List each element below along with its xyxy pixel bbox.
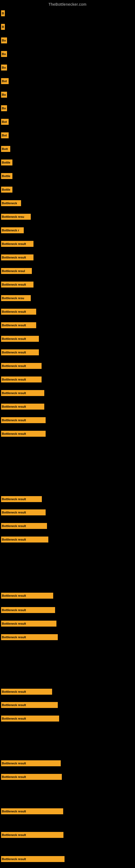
bar-item: Bottleneck resul: [1, 268, 32, 274]
bar-item: Bottleneck result: [1, 856, 64, 862]
bar-label: Bo: [1, 65, 7, 70]
bar-label: Bottleneck result: [1, 856, 64, 862]
bar-label: Bo: [1, 51, 7, 57]
bar-label: Bottleneck result: [1, 282, 34, 287]
bar-label: Bottleneck resu: [1, 295, 31, 301]
bar-item: B: [1, 10, 5, 16]
bar-item: Bottleneck result: [1, 390, 44, 396]
bar-label: Bottleneck result: [1, 322, 36, 328]
bar-item: Bo: [1, 92, 7, 98]
bar-label: Bottleneck result: [1, 634, 58, 640]
bar-label: Bottleneck result: [1, 309, 36, 315]
bar-item: Bottleneck result: [1, 417, 46, 423]
bar-item: Bottleneck result: [1, 760, 61, 766]
bar-item: Bo: [1, 65, 7, 70]
bar-label: Bottleneck result: [1, 363, 42, 369]
bar-item: Bottleneck result: [1, 621, 56, 627]
bar-item: Bottleneck: [1, 200, 21, 206]
bar-label: Bottleneck result: [1, 523, 47, 529]
bar-label: Bottleneck result: [1, 241, 34, 247]
bar-label: Bottleneck result: [1, 716, 59, 721]
bar-item: Bottleneck result: [1, 496, 42, 502]
bar-label: Bottleneck result: [1, 621, 56, 627]
bar-item: Bottleneck result: [1, 363, 42, 369]
bar-label: Bottleneck result: [1, 774, 62, 780]
bar-item: Bottleneck result: [1, 509, 46, 516]
bar-label: B: [1, 24, 5, 30]
bar-label: Bottleneck result: [1, 376, 42, 382]
bar-item: Bottleneck result: [1, 254, 34, 260]
bar-label: Bot: [1, 78, 9, 84]
bar-item: Bottleneck result: [1, 536, 48, 542]
bar-label: Bottleneck result: [1, 760, 61, 766]
bar-item: Bottleneck result: [1, 689, 52, 695]
bar-item: Bottleneck result: [1, 431, 46, 437]
bar-label: Bottle: [1, 187, 12, 193]
bar-label: Bottleneck result: [1, 702, 58, 708]
bar-label: Bottleneck result: [1, 689, 52, 695]
bar-label: Bottleneck result: [1, 431, 46, 437]
bar-item: Bot: [1, 132, 9, 138]
bar-item: Bottleneck result: [1, 322, 36, 328]
bar-label: Bottleneck result: [1, 254, 34, 260]
bar-item: Bo: [1, 51, 7, 57]
bar-item: Bottleneck result: [1, 309, 36, 315]
bar-item: Bot: [1, 78, 9, 84]
bar-label: Bottleneck result: [1, 536, 48, 542]
bar-item: Bottleneck result: [1, 336, 39, 342]
bar-item: Bottleneck result: [1, 241, 34, 247]
bar-item: Bottleneck r: [1, 227, 24, 233]
bar-item: Bottle: [1, 173, 12, 179]
bar-label: Bottleneck result: [1, 496, 42, 502]
bar-label: Bottleneck result: [1, 336, 39, 342]
bar-label: Bot: [1, 119, 9, 125]
bar-label: Bottleneck result: [1, 808, 63, 814]
bar-label: Bottleneck: [1, 200, 21, 206]
bar-label: Bott: [1, 146, 10, 152]
bar-label: Bottleneck result: [1, 509, 46, 516]
bar-item: Bottleneck result: [1, 716, 59, 721]
bar-item: Bottleneck resu: [1, 214, 31, 220]
bar-item: Bottleneck result: [1, 523, 47, 529]
bar-item: Bo: [1, 105, 7, 111]
bar-label: Bottleneck result: [1, 607, 55, 613]
bar-label: Bottleneck result: [1, 417, 46, 423]
bar-item: Bottleneck result: [1, 593, 53, 599]
bar-label: Bo: [1, 105, 7, 111]
bar-item: Bottleneck result: [1, 376, 42, 382]
bar-item: Bo: [1, 37, 7, 43]
bar-label: Bottleneck result: [1, 404, 44, 410]
bar-item: Bottleneck result: [1, 832, 63, 838]
bar-item: Bottle: [1, 159, 12, 165]
bar-label: Bottle: [1, 159, 12, 165]
bar-item: Bottleneck result: [1, 349, 39, 355]
bar-item: Bot: [1, 119, 9, 125]
bar-label: Bottleneck result: [1, 390, 44, 396]
bar-label: B: [1, 10, 5, 16]
bar-item: Bottleneck result: [1, 774, 62, 780]
bar-label: Bot: [1, 132, 9, 138]
bar-label: Bottleneck resu: [1, 214, 31, 220]
bar-item: Bottle: [1, 187, 12, 193]
bar-label: Bottleneck result: [1, 349, 39, 355]
bar-label: Bo: [1, 92, 7, 98]
bar-label: Bottleneck resul: [1, 268, 32, 274]
bar-item: Bott: [1, 146, 10, 152]
bar-item: Bottleneck resu: [1, 295, 31, 301]
bar-item: Bottleneck result: [1, 808, 63, 814]
bar-label: Bottleneck r: [1, 227, 24, 233]
bar-item: Bottleneck result: [1, 607, 55, 613]
bar-item: Bottleneck result: [1, 404, 44, 410]
bar-item: B: [1, 24, 5, 30]
bar-label: Bottleneck result: [1, 593, 53, 599]
site-title: TheBottlenecker.com: [0, 0, 135, 8]
bar-label: Bottleneck result: [1, 832, 63, 838]
bar-item: Bottleneck result: [1, 282, 34, 287]
bar-item: Bottleneck result: [1, 702, 58, 708]
bar-item: Bottleneck result: [1, 634, 58, 640]
bar-label: Bo: [1, 37, 7, 43]
bar-label: Bottle: [1, 173, 12, 179]
